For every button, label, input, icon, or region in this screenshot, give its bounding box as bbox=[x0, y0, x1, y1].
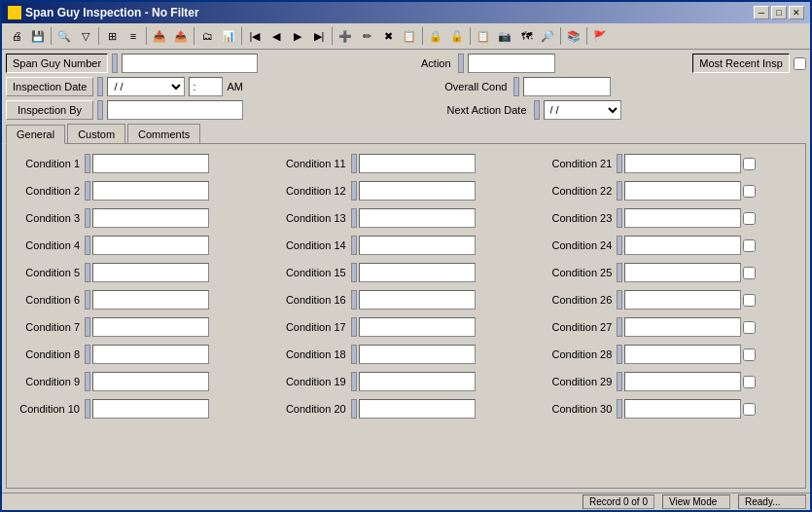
first-button[interactable]: |◀ bbox=[244, 25, 265, 47]
condition-row: Condition 18 bbox=[281, 343, 532, 366]
overall-cond-input[interactable] bbox=[523, 77, 611, 96]
status-bar: Record 0 of 0 View Mode Ready... bbox=[2, 493, 810, 510]
condition-checkbox-29[interactable] bbox=[743, 376, 756, 388]
print-button[interactable]: 🖨 bbox=[6, 25, 27, 47]
condition-input-1[interactable] bbox=[92, 154, 209, 173]
filter-button[interactable]: ▽ bbox=[75, 25, 96, 47]
condition-input-2[interactable] bbox=[92, 181, 209, 201]
condition-label-3: Condition 3 bbox=[15, 212, 83, 224]
condition-row: Condition 13 bbox=[281, 206, 532, 230]
overall-cond-indicator bbox=[513, 77, 519, 96]
span-guy-number-input[interactable] bbox=[122, 54, 258, 73]
condition-input-14[interactable] bbox=[359, 236, 476, 255]
condition-input-21[interactable] bbox=[624, 154, 741, 173]
tab-custom[interactable]: Custom bbox=[67, 124, 125, 143]
photo-button[interactable]: 📷 bbox=[494, 25, 515, 47]
next-button[interactable]: ▶ bbox=[287, 25, 308, 47]
most-recent-insp-checkbox[interactable] bbox=[794, 57, 806, 70]
most-recent-insp-label[interactable]: Most Recent Insp bbox=[692, 54, 790, 73]
time-input[interactable] bbox=[189, 77, 223, 96]
stack-button[interactable]: 📚 bbox=[563, 25, 584, 47]
next-action-date-label: Next Action Date bbox=[433, 104, 530, 116]
tab-general[interactable]: General bbox=[6, 125, 65, 144]
find-button[interactable]: 🔍 bbox=[53, 25, 75, 47]
map-button[interactable]: 🗺 bbox=[515, 25, 537, 47]
action-input[interactable] bbox=[468, 54, 555, 73]
condition-input-27[interactable] bbox=[624, 317, 741, 337]
condition-input-29[interactable] bbox=[624, 372, 741, 391]
condition-input-19[interactable] bbox=[359, 372, 476, 391]
copy-button[interactable]: 📋 bbox=[399, 25, 420, 47]
chart-button[interactable]: 📊 bbox=[218, 25, 239, 47]
condition-input-4[interactable] bbox=[92, 236, 209, 255]
toolbar: 🖨 💾 🔍 ▽ ⊞ ≡ 📥 📤 🗂 📊 |◀ ◀ ▶ ▶| ➕ ✏ ✖ 📋 🔒 … bbox=[2, 23, 810, 50]
condition-label-28: Condition 28 bbox=[547, 348, 615, 360]
last-button[interactable]: ▶| bbox=[308, 25, 330, 47]
condition-input-11[interactable] bbox=[359, 154, 476, 173]
import-button[interactable]: 📥 bbox=[149, 25, 170, 47]
condition-checkbox-21[interactable] bbox=[743, 158, 756, 170]
condition-input-25[interactable] bbox=[624, 263, 741, 282]
condition-input-17[interactable] bbox=[359, 317, 476, 337]
save-button[interactable]: 💾 bbox=[27, 25, 49, 47]
close-button[interactable]: ✕ bbox=[789, 6, 804, 19]
condition-checkbox-30[interactable] bbox=[743, 403, 756, 416]
condition-input-22[interactable] bbox=[624, 181, 741, 201]
delete-button[interactable]: ✖ bbox=[377, 25, 399, 47]
condition-row: Condition 29 bbox=[547, 370, 797, 393]
condition-input-23[interactable] bbox=[624, 208, 741, 228]
condition-checkbox-26[interactable] bbox=[743, 294, 756, 307]
condition-input-28[interactable] bbox=[624, 345, 741, 364]
condition-indicator-25 bbox=[617, 263, 622, 282]
lock-button[interactable]: 🔒 bbox=[425, 25, 446, 47]
condition-input-6[interactable] bbox=[92, 290, 209, 310]
condition-input-30[interactable] bbox=[624, 399, 741, 419]
condition-checkbox-22[interactable] bbox=[743, 185, 756, 198]
grid-button[interactable]: ⊞ bbox=[101, 25, 123, 47]
condition-checkbox-24[interactable] bbox=[743, 239, 756, 252]
condition-input-7[interactable] bbox=[92, 317, 209, 337]
condition-input-18[interactable] bbox=[359, 345, 476, 364]
add-button[interactable]: ➕ bbox=[335, 25, 356, 47]
inspection-by-input[interactable] bbox=[107, 100, 243, 120]
edit-button[interactable]: ✏ bbox=[356, 25, 377, 47]
action-indicator bbox=[458, 54, 464, 73]
condition-input-26[interactable] bbox=[624, 290, 741, 310]
condition-checkbox-25[interactable] bbox=[743, 267, 756, 279]
restore-button[interactable]: □ bbox=[771, 6, 787, 19]
condition-indicator-11 bbox=[351, 154, 357, 173]
list-button[interactable]: ≡ bbox=[123, 25, 144, 47]
search2-button[interactable]: 🔎 bbox=[537, 25, 558, 47]
date-dropdown[interactable]: / / bbox=[107, 77, 185, 96]
next-date-dropdown[interactable]: / / bbox=[544, 100, 621, 120]
condition-checkbox-27[interactable] bbox=[743, 321, 756, 334]
report-button[interactable]: 📋 bbox=[473, 25, 494, 47]
condition-input-10[interactable] bbox=[92, 399, 209, 419]
inspection-by-indicator bbox=[97, 100, 103, 120]
condition-input-9[interactable] bbox=[92, 372, 209, 391]
layers-button[interactable]: 🗂 bbox=[196, 25, 218, 47]
span-guy-number-label[interactable]: Span Guy Number bbox=[6, 54, 108, 73]
prev-button[interactable]: ◀ bbox=[265, 25, 287, 47]
condition-input-3[interactable] bbox=[92, 208, 209, 228]
condition-input-12[interactable] bbox=[359, 181, 476, 201]
condition-input-8[interactable] bbox=[92, 345, 209, 364]
unlock-button[interactable]: 🔓 bbox=[446, 25, 468, 47]
condition-indicator-26 bbox=[617, 290, 622, 310]
condition-checkbox-28[interactable] bbox=[743, 348, 756, 361]
condition-input-15[interactable] bbox=[359, 263, 476, 282]
export-button[interactable]: 📤 bbox=[170, 25, 192, 47]
condition-input-13[interactable] bbox=[359, 208, 476, 228]
condition-input-20[interactable] bbox=[359, 399, 476, 419]
minimize-button[interactable]: ─ bbox=[754, 6, 769, 19]
title-buttons: ─ □ ✕ bbox=[754, 6, 804, 19]
condition-input-16[interactable] bbox=[359, 290, 476, 310]
condition-row: Condition 28 bbox=[547, 343, 797, 366]
condition-row: Condition 5 bbox=[15, 261, 265, 284]
tab-comments[interactable]: Comments bbox=[127, 124, 200, 143]
condition-checkbox-23[interactable] bbox=[743, 212, 756, 225]
condition-input-24[interactable] bbox=[624, 236, 741, 255]
condition-label-20: Condition 20 bbox=[281, 403, 349, 415]
condition-input-5[interactable] bbox=[92, 263, 209, 282]
flag-button[interactable]: 🚩 bbox=[589, 25, 611, 47]
